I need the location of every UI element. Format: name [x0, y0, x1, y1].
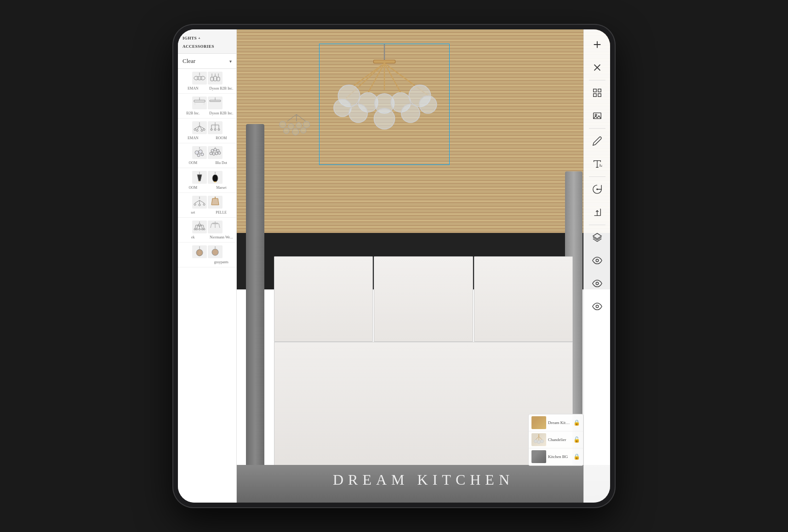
layers-button[interactable]	[586, 226, 608, 249]
item-brand2: PELLE	[208, 210, 235, 215]
layers-panel: Dream Kitchen 🔒	[528, 414, 583, 466]
svg-point-71	[199, 229, 200, 230]
background-lights	[270, 114, 323, 153]
sidebar-title: IGHTS + ACCESSORIES	[183, 36, 214, 49]
svg-line-85	[287, 114, 297, 121]
svg-point-42	[210, 152, 212, 155]
svg-point-58	[203, 204, 205, 205]
list-item[interactable]: OOM Blu Dot	[178, 143, 236, 168]
svg-line-78	[219, 224, 220, 228]
layer-item[interactable]: Dream Kitchen 🔒	[529, 414, 583, 431]
svg-line-87	[297, 114, 306, 121]
svg-point-30	[211, 129, 212, 130]
visibility-layer2-button[interactable]	[586, 272, 608, 294]
svg-rect-96	[373, 60, 395, 63]
layer-name: Kitchen BG	[548, 454, 571, 459]
svg-line-55	[200, 200, 204, 203]
lock-icon: 🔒	[573, 453, 580, 460]
grid-icon	[592, 88, 602, 98]
visibility-layer3-button[interactable]	[586, 295, 608, 317]
svg-point-57	[199, 204, 200, 206]
svg-point-92	[284, 128, 289, 134]
svg-text:Aa: Aa	[599, 164, 602, 168]
svg-point-139	[540, 440, 543, 443]
product-thumbnail	[208, 72, 223, 85]
svg-point-111	[349, 104, 367, 122]
add-button[interactable]	[586, 34, 608, 56]
grid-view-button[interactable]	[586, 82, 608, 104]
product-thumbnail	[192, 221, 207, 233]
chevron-down-icon: ▾	[229, 59, 232, 64]
chandelier-container[interactable]	[319, 44, 450, 165]
list-item[interactable]: set PELLE	[178, 193, 236, 218]
item-brand2: Niermann We...	[208, 235, 235, 239]
svg-marker-47	[197, 175, 202, 181]
svg-line-64	[195, 225, 196, 229]
remove-button[interactable]	[586, 57, 608, 79]
svg-line-77	[211, 224, 211, 228]
svg-line-65	[197, 225, 198, 229]
svg-point-36	[197, 154, 200, 157]
svg-point-127	[596, 188, 598, 190]
image-button[interactable]	[586, 105, 608, 127]
eye-icon	[592, 301, 602, 311]
list-item[interactable]: EMAN ROOM	[178, 119, 236, 143]
item-brand: OOM	[180, 186, 206, 190]
eye-icon	[592, 255, 602, 266]
layer-item[interactable]: Kitchen BG 🔒	[529, 448, 583, 465]
share-button[interactable]	[586, 201, 608, 223]
toolbar-divider	[589, 225, 605, 225]
toolbar-divider	[589, 128, 605, 129]
layer-name: Chandelier	[548, 437, 571, 442]
column-left	[246, 124, 264, 503]
svg-rect-8	[214, 76, 217, 81]
svg-point-138	[537, 441, 541, 444]
svg-point-32	[218, 129, 220, 130]
item-brand: ek	[180, 235, 206, 239]
sidebar-header: IGHTS + ACCESSORIES	[178, 29, 236, 54]
item-brand: EMAN	[180, 136, 206, 140]
product-thumbnail	[192, 146, 207, 159]
list-item[interactable]: EMAN Dyson B2B Inc.	[178, 69, 236, 94]
cabinet-door	[374, 256, 473, 341]
draw-button[interactable]	[586, 130, 608, 152]
eye-icon	[592, 278, 602, 289]
main-canvas[interactable]: Dream Kitchen	[237, 29, 610, 503]
svg-line-68	[203, 225, 204, 229]
product-thumbnail	[192, 196, 207, 209]
svg-line-136	[539, 436, 542, 440]
svg-line-134	[536, 436, 539, 440]
list-item[interactable]: ek Niermann We...	[178, 218, 236, 243]
svg-rect-120	[593, 94, 596, 96]
right-toolbar: Aa	[583, 29, 610, 503]
download-button[interactable]	[586, 178, 608, 200]
svg-rect-15	[210, 100, 221, 102]
svg-point-39	[211, 149, 214, 152]
product-thumbnail	[208, 245, 223, 258]
toolbar-divider	[589, 176, 605, 177]
product-thumbnail	[192, 121, 207, 134]
visibility-layer1-button[interactable]	[586, 249, 608, 272]
text-button[interactable]: Aa	[586, 153, 608, 175]
svg-point-132	[596, 305, 599, 308]
svg-point-23	[196, 130, 198, 131]
svg-point-22	[203, 129, 205, 130]
layer-name: Dream Kitchen	[548, 420, 571, 425]
product-thumbnail	[192, 171, 207, 184]
item-brand: set	[180, 210, 206, 215]
svg-point-90	[296, 123, 302, 128]
svg-point-31	[214, 129, 216, 130]
svg-rect-7	[211, 77, 213, 81]
svg-line-97	[352, 63, 384, 87]
layer-item[interactable]: Chandelier 🔓	[529, 431, 583, 448]
svg-point-109	[334, 99, 351, 117]
list-item[interactable]: graypants	[178, 243, 236, 267]
svg-rect-119	[598, 89, 600, 92]
list-item[interactable]: B2B Inc. Dyson B2B Inc.	[178, 94, 236, 119]
cabinet-door	[474, 256, 573, 341]
product-thumbnail	[192, 245, 207, 258]
list-item[interactable]: OOM Marset	[178, 168, 236, 193]
item-brand2: Marset	[208, 186, 235, 190]
sidebar-filter-button[interactable]: Clear ▾	[178, 54, 236, 69]
item-brand	[180, 260, 206, 264]
